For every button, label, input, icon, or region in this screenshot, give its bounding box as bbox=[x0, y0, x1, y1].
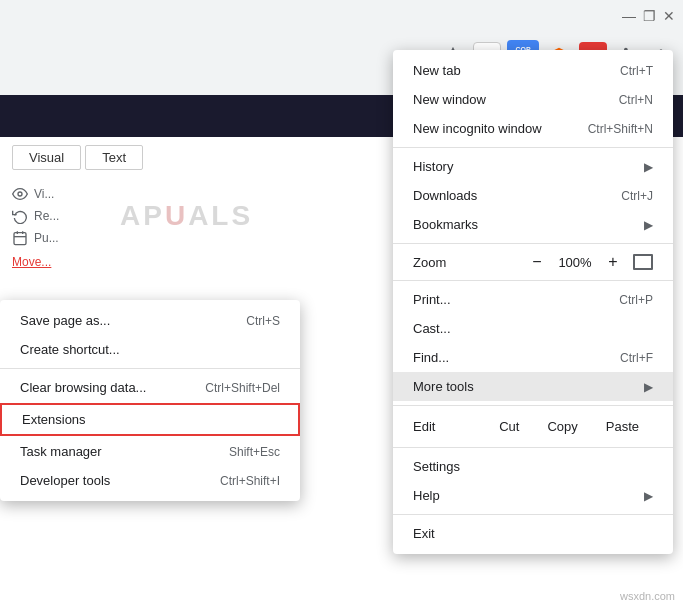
menu-arrow-help: ▶ bbox=[644, 489, 653, 503]
menu-item-bookmarks[interactable]: Bookmarks ▶ bbox=[393, 210, 673, 239]
publish-icon bbox=[12, 230, 28, 246]
zoom-plus-button[interactable]: + bbox=[603, 252, 623, 272]
svg-rect-8 bbox=[14, 233, 26, 245]
menu-arrow-history: ▶ bbox=[644, 160, 653, 174]
chrome-context-menu: New tab Ctrl+T New window Ctrl+N New inc… bbox=[393, 50, 673, 554]
menu-zoom-row: Zoom − 100% + bbox=[393, 248, 673, 276]
svg-point-7 bbox=[18, 192, 22, 196]
menu-label-help: Help bbox=[413, 488, 440, 503]
menu-label-new-window: New window bbox=[413, 92, 486, 107]
edit-label: Edit bbox=[413, 419, 485, 434]
menu-label-exit: Exit bbox=[413, 526, 435, 541]
menu-label-find: Find... bbox=[413, 350, 449, 365]
zoom-label: Zoom bbox=[413, 255, 446, 270]
visibility-label: Vi... bbox=[34, 187, 54, 201]
divider-2 bbox=[393, 243, 673, 244]
menu-arrow-bookmarks: ▶ bbox=[644, 218, 653, 232]
submenu-extensions[interactable]: Extensions bbox=[0, 403, 300, 436]
divider-6 bbox=[393, 514, 673, 515]
zoom-fullscreen-button[interactable] bbox=[633, 254, 653, 270]
menu-label-settings: Settings bbox=[413, 459, 460, 474]
maximize-button[interactable]: ❐ bbox=[643, 10, 655, 22]
close-button[interactable]: ✕ bbox=[663, 10, 675, 22]
menu-label-new-tab: New tab bbox=[413, 63, 461, 78]
submenu-divider-1 bbox=[0, 368, 300, 369]
restore-label: Re... bbox=[34, 209, 59, 223]
copy-button[interactable]: Copy bbox=[533, 414, 591, 439]
menu-item-find[interactable]: Find... Ctrl+F bbox=[393, 343, 673, 372]
zoom-minus-button[interactable]: − bbox=[527, 252, 547, 272]
menu-item-cast[interactable]: Cast... bbox=[393, 314, 673, 343]
eye-icon bbox=[12, 186, 28, 202]
submenu-shortcut-save: Ctrl+S bbox=[246, 314, 280, 328]
submenu-task-manager[interactable]: Task manager Shift+Esc bbox=[0, 437, 300, 466]
menu-item-new-incognito[interactable]: New incognito window Ctrl+Shift+N bbox=[393, 114, 673, 143]
restore-icon bbox=[12, 208, 28, 224]
menu-label-more-tools: More tools bbox=[413, 379, 474, 394]
zoom-value: 100% bbox=[557, 255, 593, 270]
submenu-shortcut-task: Shift+Esc bbox=[229, 445, 280, 459]
menu-edit-row: Edit Cut Copy Paste bbox=[393, 410, 673, 443]
menu-shortcut-downloads: Ctrl+J bbox=[621, 189, 653, 203]
divider-1 bbox=[393, 147, 673, 148]
submenu-label-shortcut: Create shortcut... bbox=[20, 342, 120, 357]
menu-item-history[interactable]: History ▶ bbox=[393, 152, 673, 181]
menu-label-downloads: Downloads bbox=[413, 188, 477, 203]
menu-label-print: Print... bbox=[413, 292, 451, 307]
divider-3 bbox=[393, 280, 673, 281]
menu-item-print[interactable]: Print... Ctrl+P bbox=[393, 285, 673, 314]
menu-shortcut-find: Ctrl+F bbox=[620, 351, 653, 365]
divider-4 bbox=[393, 405, 673, 406]
submenu-create-shortcut[interactable]: Create shortcut... bbox=[0, 335, 300, 364]
submenu-save-page[interactable]: Save page as... Ctrl+S bbox=[0, 306, 300, 335]
menu-label-cast: Cast... bbox=[413, 321, 451, 336]
submenu-shortcut-clear: Ctrl+Shift+Del bbox=[205, 381, 280, 395]
tab-text[interactable]: Text bbox=[85, 145, 143, 170]
menu-shortcut-new-incognito: Ctrl+Shift+N bbox=[588, 122, 653, 136]
publish-label: Pu... bbox=[34, 231, 59, 245]
submenu-label-dev: Developer tools bbox=[20, 473, 110, 488]
menu-arrow-more-tools: ▶ bbox=[644, 380, 653, 394]
menu-shortcut-print: Ctrl+P bbox=[619, 293, 653, 307]
menu-shortcut-new-window: Ctrl+N bbox=[619, 93, 653, 107]
zoom-controls: − 100% + bbox=[527, 252, 653, 272]
menu-item-help[interactable]: Help ▶ bbox=[393, 481, 673, 510]
menu-item-exit[interactable]: Exit bbox=[393, 519, 673, 548]
submenu-label-save: Save page as... bbox=[20, 313, 110, 328]
edit-actions: Cut Copy Paste bbox=[485, 414, 653, 439]
submenu-clear-data[interactable]: Clear browsing data... Ctrl+Shift+Del bbox=[0, 373, 300, 402]
divider-5 bbox=[393, 447, 673, 448]
menu-item-more-tools[interactable]: More tools ▶ bbox=[393, 372, 673, 401]
menu-item-settings[interactable]: Settings bbox=[393, 452, 673, 481]
menu-shortcut-new-tab: Ctrl+T bbox=[620, 64, 653, 78]
tab-visual[interactable]: Visual bbox=[12, 145, 81, 170]
move-link[interactable]: Move... bbox=[12, 255, 51, 269]
paste-button[interactable]: Paste bbox=[592, 414, 653, 439]
menu-label-bookmarks: Bookmarks bbox=[413, 217, 478, 232]
menu-label-history: History bbox=[413, 159, 453, 174]
menu-item-new-tab[interactable]: New tab Ctrl+T bbox=[393, 56, 673, 85]
more-tools-submenu: Save page as... Ctrl+S Create shortcut..… bbox=[0, 300, 300, 501]
submenu-label-extensions: Extensions bbox=[22, 412, 86, 427]
menu-label-new-incognito: New incognito window bbox=[413, 121, 542, 136]
minimize-button[interactable]: — bbox=[623, 10, 635, 22]
menu-item-new-window[interactable]: New window Ctrl+N bbox=[393, 85, 673, 114]
submenu-dev-tools[interactable]: Developer tools Ctrl+Shift+I bbox=[0, 466, 300, 495]
title-bar: — ❐ ✕ bbox=[0, 0, 683, 32]
submenu-label-task: Task manager bbox=[20, 444, 102, 459]
submenu-shortcut-dev: Ctrl+Shift+I bbox=[220, 474, 280, 488]
submenu-label-clear: Clear browsing data... bbox=[20, 380, 146, 395]
menu-item-downloads[interactable]: Downloads Ctrl+J bbox=[393, 181, 673, 210]
watermark: wsxdn.com bbox=[620, 590, 675, 602]
cut-button[interactable]: Cut bbox=[485, 414, 533, 439]
